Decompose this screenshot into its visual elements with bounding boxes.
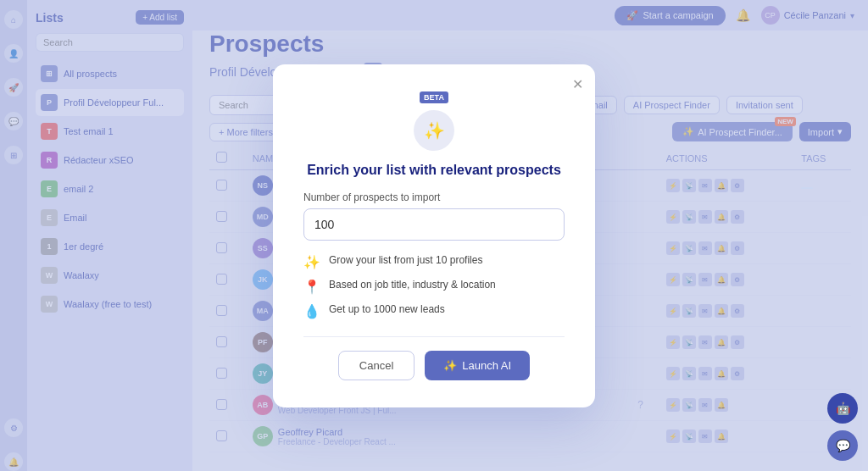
feature-text: Get up to 1000 new leads bbox=[329, 303, 445, 315]
chat-fab-button[interactable]: 💬 bbox=[827, 430, 858, 461]
sparkle-launch-icon: ✨ bbox=[443, 359, 457, 372]
ai-fab-button[interactable]: 🤖 bbox=[827, 393, 858, 424]
feature-item: 💧 Get up to 1000 new leads bbox=[303, 303, 565, 319]
location-feature-icon: 📍 bbox=[303, 279, 320, 295]
sparkle-feature-icon: ✨ bbox=[303, 254, 320, 270]
feature-text: Based on job title, industry & location bbox=[329, 279, 496, 291]
ai-icon: 🤖 bbox=[836, 402, 850, 415]
modal-actions: Cancel ✨ Launch AI bbox=[303, 351, 565, 380]
chat-icon: 💬 bbox=[836, 439, 850, 452]
modal-divider bbox=[303, 336, 565, 337]
launch-ai-button[interactable]: ✨ Launch AI bbox=[425, 351, 530, 380]
prospects-count-input[interactable] bbox=[303, 208, 565, 241]
number-label: Number of prospects to import bbox=[303, 191, 565, 203]
modal-overlay: ✕ BETA ✨ Enrich your list with relevant … bbox=[0, 0, 868, 471]
feature-item: 📍 Based on job title, industry & locatio… bbox=[303, 279, 565, 295]
beta-area: BETA bbox=[303, 91, 565, 103]
modal-icon-area: ✨ bbox=[303, 110, 565, 156]
drop-feature-icon: 💧 bbox=[303, 303, 320, 319]
feature-text: Grow your list from just 10 profiles bbox=[329, 254, 482, 266]
magic-wand-icon: ✨ bbox=[414, 110, 454, 151]
beta-badge: BETA bbox=[420, 91, 448, 103]
modal-close-button[interactable]: ✕ bbox=[572, 76, 583, 92]
modal-title: Enrich your list with relevant prospects bbox=[303, 163, 565, 178]
cancel-button[interactable]: Cancel bbox=[338, 351, 415, 380]
feature-item: ✨ Grow your list from just 10 profiles bbox=[303, 254, 565, 270]
modal-features: ✨ Grow your list from just 10 profiles 📍… bbox=[303, 254, 565, 319]
enrich-modal: ✕ BETA ✨ Enrich your list with relevant … bbox=[273, 64, 595, 407]
fab-area: 🤖 💬 bbox=[827, 393, 858, 461]
